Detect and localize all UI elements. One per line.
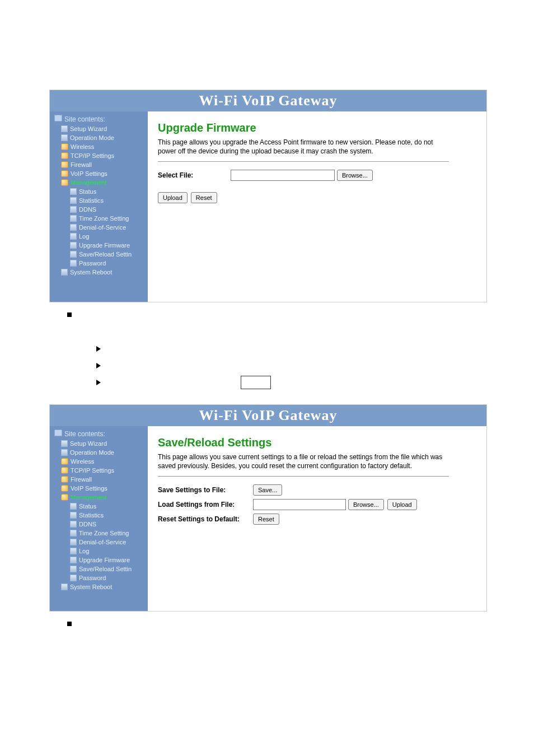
sidebar-item[interactable]: TCP/IP Settings	[50, 466, 148, 475]
sidebar-item[interactable]: VoIP Settings	[50, 484, 148, 493]
sidebar-item-label: Statistics	[79, 512, 104, 519]
sidebar-item-label: VoIP Settings	[71, 485, 107, 492]
bullet-square-icon	[67, 312, 72, 317]
document-icon	[61, 584, 68, 590]
sidebar-item-label: Denial-of-Service	[79, 224, 126, 231]
sidebar-item-label: Upgrade Firmware	[79, 557, 130, 563]
sidebar-item[interactable]: Management	[50, 178, 148, 187]
sidebar-item[interactable]: Wireless	[50, 142, 148, 151]
sidebar-item[interactable]: DDNS	[50, 205, 148, 214]
sidebar-item-label: TCP/IP Settings	[71, 467, 114, 474]
document-icon	[70, 512, 77, 519]
sidebar-item[interactable]: Upgrade Firmware	[50, 241, 148, 250]
document-icon	[70, 548, 77, 554]
sidebar-item-label: System Reboot	[70, 269, 112, 276]
folder-icon	[61, 458, 68, 465]
sidebar-item[interactable]: Denial-of-Service	[50, 538, 148, 547]
folder-icon	[61, 161, 68, 168]
sidebar-item-label: Upgrade Firmware	[79, 242, 130, 249]
document-icon	[70, 188, 77, 195]
sidebar-2: Site contents: Setup WizardOperation Mod…	[50, 426, 148, 611]
upload-button[interactable]: Upload	[158, 192, 188, 203]
folder-icon	[61, 467, 68, 474]
sidebar-item-label: Management	[71, 494, 106, 501]
sidebar-item-label: DDNS	[79, 206, 96, 213]
sidebar-item[interactable]: Time Zone Setting	[50, 529, 148, 538]
sidebar-item-label: Setup Wizard	[70, 125, 107, 132]
reset-default-label: Reset Settings to Default:	[158, 515, 253, 523]
document-icon	[61, 449, 68, 456]
divider	[158, 161, 449, 162]
folder-icon	[61, 152, 68, 159]
sidebar-item[interactable]: Denial-of-Service	[50, 223, 148, 232]
content-save: Save/Reload Settings This page allows yo…	[148, 426, 486, 611]
sidebar-item[interactable]: VoIP Settings	[50, 169, 148, 178]
sidebar-item-label: Wireless	[71, 143, 94, 150]
page-title: Save/Reload Settings	[158, 436, 476, 449]
sidebar-item-label: Firewall	[71, 476, 92, 483]
document-icon	[61, 134, 68, 141]
folder-icon	[61, 179, 68, 186]
sidebar-item-label: TCP/IP Settings	[71, 152, 114, 159]
sidebar-item[interactable]: TCP/IP Settings	[50, 151, 148, 160]
reset-button-2[interactable]: Reset	[253, 514, 279, 525]
sidebar-item-label: Firewall	[71, 161, 92, 168]
browse-button[interactable]: Browse...	[337, 170, 373, 181]
save-button[interactable]: Save...	[253, 484, 282, 496]
sidebar-item[interactable]: Log	[50, 547, 148, 556]
computer-icon	[54, 115, 62, 122]
sidebar-item[interactable]: Setup Wizard	[50, 439, 148, 448]
sidebar-item-label: Status	[79, 188, 96, 195]
browse-button-2[interactable]: Browse...	[348, 499, 384, 510]
document-icon	[61, 125, 68, 132]
document-icon	[70, 251, 77, 258]
sidebar-item[interactable]: System Reboot	[50, 582, 148, 591]
sidebar-item[interactable]: Statistics	[50, 196, 148, 205]
document-icon	[70, 242, 77, 249]
document-icon	[70, 503, 77, 510]
sidebar-item[interactable]: System Reboot	[50, 268, 148, 277]
document-icon	[70, 215, 77, 222]
document-icon	[70, 224, 77, 231]
sidebar-item-label: Wireless	[71, 458, 94, 465]
sidebar-item[interactable]: Password	[50, 573, 148, 582]
sidebar-item[interactable]: Firewall	[50, 475, 148, 484]
document-icon	[70, 557, 77, 563]
upload-button-2[interactable]: Upload	[387, 499, 417, 510]
sidebar-item[interactable]: Save/Reload Settin	[50, 564, 148, 573]
sidebar-item[interactable]: Wireless	[50, 457, 148, 466]
sidebar-item[interactable]: Upgrade Firmware	[50, 556, 148, 564]
sidebar-item-label: VoIP Settings	[71, 170, 107, 177]
folder-icon	[61, 143, 68, 150]
document-icon	[70, 539, 77, 545]
sidebar-item[interactable]: Operation Mode	[50, 133, 148, 142]
sidebar-item[interactable]: Management	[50, 493, 148, 502]
load-from-file-label: Load Settings from File:	[158, 501, 253, 508]
load-file-input[interactable]	[253, 499, 346, 510]
reset-button[interactable]: Reset	[191, 192, 217, 203]
save-reload-panel: Wi-Fi VoIP Gateway Site contents: Setup …	[49, 404, 487, 612]
sidebar-item[interactable]: Log	[50, 232, 148, 241]
sidebar-item[interactable]: Firewall	[50, 160, 148, 169]
sidebar-item[interactable]: Status	[50, 502, 148, 511]
sidebar-item[interactable]: Save/Reload Settin	[50, 250, 148, 259]
sidebar-item[interactable]: Operation Mode	[50, 448, 148, 457]
sidebar-item[interactable]: Status	[50, 187, 148, 196]
save-to-file-label: Save Settings to File:	[158, 486, 253, 494]
sidebar-item[interactable]: Time Zone Setting	[50, 214, 148, 223]
divider	[158, 476, 449, 477]
sidebar-item[interactable]: Password	[50, 259, 148, 268]
document-icon	[70, 575, 77, 581]
folder-icon	[61, 476, 68, 483]
chevron-right-icon	[96, 380, 101, 385]
document-icon	[70, 521, 77, 528]
sidebar-item-label: Password	[79, 260, 106, 267]
sidebar-item[interactable]: Setup Wizard	[50, 124, 148, 133]
select-file-input[interactable]	[231, 170, 335, 181]
sidebar-item-label: Log	[79, 548, 89, 554]
sidebar-item[interactable]: Statistics	[50, 511, 148, 520]
inline-box	[241, 376, 271, 389]
sidebar-header: Site contents:	[64, 115, 105, 123]
sidebar-item[interactable]: DDNS	[50, 520, 148, 529]
sidebar: Site contents: Setup WizardOperation Mod…	[50, 111, 148, 302]
